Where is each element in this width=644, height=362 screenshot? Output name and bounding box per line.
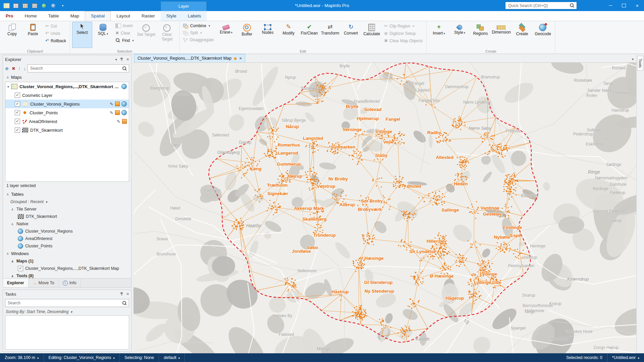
tables-section-header[interactable]: ∧Tables	[3, 190, 131, 198]
modify-button[interactable]: ✎ Modify	[278, 22, 299, 48]
tab-raster[interactable]: Raster	[136, 11, 161, 21]
quick-search-input[interactable]	[507, 3, 570, 8]
cut-button[interactable]: ✂ Cut	[44, 23, 67, 29]
close-panel-icon[interactable]: ×	[126, 291, 129, 297]
nodes-button[interactable]: Nodes	[258, 22, 278, 48]
maps-section-header[interactable]: ∧Maps	[3, 73, 131, 81]
window-checkbox[interactable]	[18, 266, 23, 271]
table-item[interactable]: Cluster_Points	[3, 242, 131, 250]
status-workspace[interactable]: *Untitled.wor▴	[607, 353, 644, 362]
expander-icon[interactable]: ▾	[7, 85, 9, 88]
floating-window-diamond-icon[interactable]: ◆	[234, 56, 237, 61]
layout-icon[interactable]	[50, 3, 56, 8]
layer-visibility-checkbox[interactable]	[15, 101, 20, 107]
pin-panel-icon[interactable]	[120, 57, 124, 61]
style-button[interactable]: Style▾	[449, 22, 470, 48]
set-target-button[interactable]: Set Target	[136, 22, 156, 48]
tab-move-to[interactable]: → Move To	[29, 279, 59, 287]
open-table-icon[interactable]	[22, 3, 28, 8]
close-button[interactable]: ×	[631, 0, 644, 11]
convert-button[interactable]: ↻ Convert	[341, 22, 361, 48]
create-button[interactable]: Create	[512, 22, 532, 48]
tables-group-native[interactable]: ∧Native	[3, 220, 131, 228]
explorer-search-input[interactable]	[30, 66, 122, 71]
disaggregate-button[interactable]: Disaggregate	[182, 37, 215, 43]
panel-chevron-icon[interactable]: ▾	[115, 58, 117, 61]
tab-home[interactable]: Home	[19, 11, 43, 21]
windows-section-header[interactable]: ∧Windows	[3, 250, 131, 257]
layer-zoom-icon[interactable]	[121, 110, 127, 115]
tables-group-mode[interactable]: Grouped : Recent▾	[3, 198, 131, 205]
close-panel-icon[interactable]: ×	[126, 57, 129, 62]
transform-button[interactable]: ⇄ Transform	[320, 22, 340, 48]
layer-style-swatch-icon[interactable]	[122, 119, 127, 124]
table-item[interactable]: DTK_Skærmkort	[3, 213, 131, 220]
layer-visibility-checkbox[interactable]	[15, 93, 20, 98]
close-map-tab-icon[interactable]: ×	[239, 56, 242, 60]
windows-maps-header[interactable]: ∧Maps (1)	[3, 257, 131, 265]
layer-row-cosmetic[interactable]: Cosmetic Layer	[5, 91, 129, 100]
tools-vertical-tab[interactable]: Tools	[637, 56, 643, 71]
select-button[interactable]: Select	[72, 22, 92, 48]
status-zoom[interactable]: Zoom: 38.100 m▴	[0, 353, 44, 362]
layer-row-basemap[interactable]: DTK_Skærmkort	[5, 126, 129, 134]
find-button[interactable]: Find▾	[114, 38, 135, 43]
copy-button[interactable]: Copy	[2, 22, 22, 48]
layer-visibility-checkbox[interactable]	[15, 119, 20, 124]
tool-icon[interactable]	[41, 3, 47, 8]
map-document-tab[interactable]: Cluster_Voronoi_Regions,...,DTK_Skærmkor…	[134, 54, 245, 62]
tab-map[interactable]: Map	[65, 11, 85, 21]
geocode-button[interactable]: Geocode	[533, 22, 553, 48]
table-item[interactable]: AreaOfInterest	[3, 235, 131, 242]
layer-style-swatch-icon[interactable]	[115, 102, 120, 106]
tasks-search-input[interactable]	[7, 300, 122, 306]
tab-layout[interactable]: Layout	[111, 11, 136, 21]
explorer-search-box[interactable]	[28, 64, 129, 72]
digitizer-setup-button[interactable]: ⊕ Digitizer Setup	[383, 31, 424, 36]
save-table-icon[interactable]	[32, 3, 38, 8]
pin-panel-icon[interactable]	[120, 292, 124, 296]
map-tree-node[interactable]: ▾ Cluster_Voronoi_Regions,...,DTK_Skærmk…	[5, 82, 129, 91]
quick-search-box[interactable]	[505, 2, 577, 9]
layer-visibility-checkbox[interactable]	[15, 127, 20, 133]
layer-row-areaofinterest[interactable]: AreaOfInterest ✎	[5, 117, 129, 126]
window-item-map[interactable]: Cluster_Voronoi_Regions,...,DTK_Skærmkor…	[3, 265, 131, 272]
combine-button[interactable]: Combine▾	[182, 23, 215, 28]
move-layer-up-icon[interactable]: ↑	[18, 66, 21, 71]
paste-button[interactable]: Paste	[23, 22, 43, 48]
move-layer-down-icon[interactable]: ↓	[23, 66, 26, 71]
add-to-map-icon[interactable]: ⊕	[5, 66, 9, 71]
tab-info[interactable]: i Info	[59, 279, 81, 287]
tasks-search-box[interactable]	[5, 299, 129, 307]
regions-button[interactable]: Regions	[470, 22, 490, 48]
tab-list-chevron-icon[interactable]: ▾	[632, 57, 636, 62]
status-style[interactable]: default▴	[159, 353, 185, 362]
clear-target-button[interactable]: Clear Target	[157, 22, 177, 48]
tab-labels[interactable]: Labels	[182, 11, 207, 21]
tab-pro[interactable]: Pro	[0, 11, 19, 21]
tasks-sorting[interactable]: Sorting By: Start Time, Descending▾	[3, 308, 131, 315]
layer-visibility-checkbox[interactable]	[15, 110, 20, 115]
maximize-button[interactable]	[617, 0, 631, 11]
clear-selection-button[interactable]: ✖ Clear	[114, 30, 135, 36]
customize-quick-access-icon[interactable]: ▾	[60, 3, 66, 8]
editable-layer-icon[interactable]: ✎	[110, 102, 113, 107]
erase-button[interactable]: Erase▾	[216, 22, 236, 48]
clip-region-button[interactable]: ✂ Clip Region▾	[383, 23, 424, 29]
invert-selection-button[interactable]: Invert	[114, 23, 135, 28]
tab-spatial[interactable]: Spatial	[85, 11, 111, 21]
sql-button[interactable]: SQL▾	[93, 22, 113, 48]
editable-layer-icon[interactable]: ✎	[117, 119, 120, 124]
windows-tools-header[interactable]: ∧Tools (8)	[3, 272, 131, 278]
undo-button[interactable]: ↶ Undo	[44, 31, 67, 36]
fix-clean-button[interactable]: ✔ Fix/Clean	[299, 22, 319, 48]
layer-row-points[interactable]: Cluster_Points ✎	[5, 108, 129, 117]
rollback-button[interactable]: ↶ Rollback	[44, 38, 67, 44]
status-editing[interactable]: Editing: Cluster_Voronoi_Regions▴	[44, 353, 120, 362]
layer-style-swatch-icon[interactable]	[115, 110, 120, 115]
dimension-button[interactable]: Dimension	[491, 22, 511, 48]
map-projection-icon[interactable]	[121, 84, 127, 89]
layer-zoom-icon[interactable]	[121, 101, 127, 107]
map-canvas[interactable]: BrylleRolstedØrstedNyrupBramstrupRindebæ…	[133, 63, 636, 353]
calculate-button[interactable]: Calculate	[362, 22, 382, 48]
